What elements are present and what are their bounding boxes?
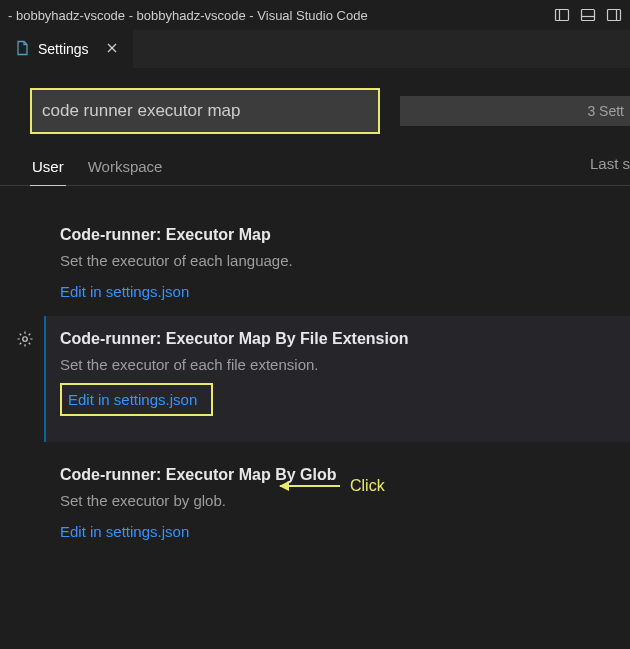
highlighted-link-box: Edit in settings.json (60, 383, 213, 416)
layout-secondary-sidebar-icon[interactable] (606, 7, 622, 23)
edit-in-settings-json-link[interactable]: Edit in settings.json (68, 391, 197, 408)
edit-in-settings-json-link[interactable]: Edit in settings.json (60, 283, 189, 300)
editor-tabs: Settings (0, 30, 630, 68)
scope-tab-workspace[interactable]: Workspace (86, 152, 165, 185)
svg-point-8 (23, 337, 28, 342)
setting-title: Code-runner: Executor Map (60, 226, 610, 244)
close-icon[interactable] (105, 41, 119, 58)
svg-rect-2 (582, 10, 595, 21)
setting-item: Code-runner: Executor Map Set the execut… (0, 216, 630, 316)
settings-file-icon (14, 40, 30, 59)
setting-item: Code-runner: Executor Map By Glob Set th… (0, 442, 630, 556)
gear-icon[interactable] (16, 330, 34, 351)
setting-title: Code-runner: Executor Map By File Extens… (60, 330, 610, 348)
edit-in-settings-json-link[interactable]: Edit in settings.json (60, 523, 189, 540)
setting-description: Set the executor of each file extension. (60, 356, 610, 373)
search-result-count: 3 Sett (400, 96, 630, 126)
svg-rect-0 (556, 10, 569, 21)
scope-tab-user[interactable]: User (30, 152, 66, 186)
arrow-icon (280, 485, 340, 487)
tab-settings[interactable]: Settings (0, 30, 134, 68)
setting-description: Set the executor of each language. (60, 252, 610, 269)
svg-rect-4 (608, 10, 621, 21)
click-annotation: Click (280, 477, 385, 495)
settings-list: Code-runner: Executor Map Set the execut… (0, 186, 630, 556)
layout-primary-sidebar-icon[interactable] (554, 7, 570, 23)
annotation-label: Click (350, 477, 385, 495)
settings-search-input[interactable] (30, 88, 380, 134)
setting-item[interactable]: Code-runner: Executor Map By File Extens… (44, 316, 630, 442)
window-title: - bobbyhadz-vscode - bobbyhadz-vscode - … (8, 8, 368, 23)
tab-label: Settings (38, 41, 89, 57)
title-bar-layout-controls (554, 7, 622, 23)
layout-panel-icon[interactable] (580, 7, 596, 23)
title-bar: - bobbyhadz-vscode - bobbyhadz-vscode - … (0, 0, 630, 30)
settings-scope-tabs: User Workspace Last s (0, 134, 630, 186)
settings-sync-status[interactable]: Last s (590, 155, 630, 182)
